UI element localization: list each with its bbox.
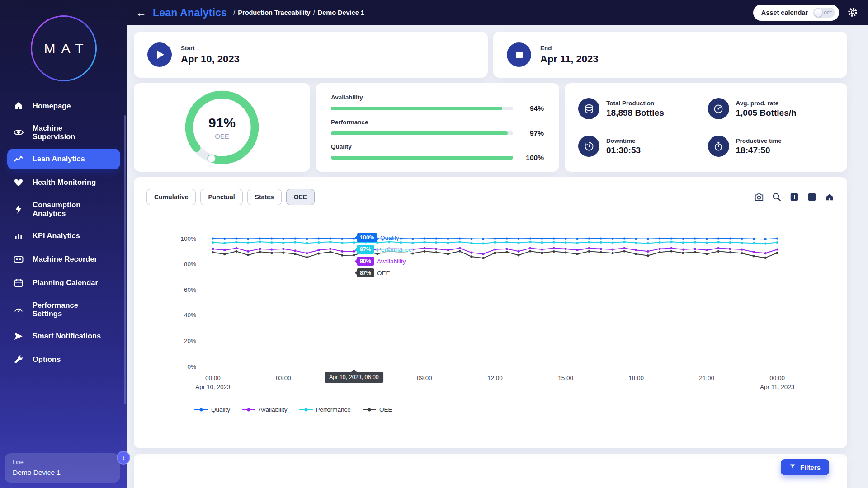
gauge-icon — [13, 304, 24, 315]
svg-text:100%: 100% — [180, 235, 196, 242]
production-icon — [578, 98, 599, 119]
heart-icon — [13, 177, 24, 188]
sidebar-collapse-button[interactable]: ‹ — [117, 451, 130, 465]
sidebar-item-smart-notifications[interactable]: Smart Notifications — [7, 326, 120, 347]
tab-states[interactable]: States — [247, 189, 282, 205]
stopwatch-icon — [708, 136, 729, 157]
sidebar: MAT Homepage Machine Supervision Lean An… — [0, 0, 127, 488]
svg-text:40%: 40% — [184, 312, 196, 319]
chevron-left-icon: ‹ — [122, 454, 124, 462]
chart-mode-toolbar — [754, 192, 835, 202]
asset-calendar-switch[interactable]: OFF — [813, 8, 835, 18]
svg-text:Apr 11, 2023: Apr 11, 2023 — [760, 384, 794, 390]
sidebar-item-homepage[interactable]: Homepage — [7, 95, 120, 116]
productive-time-stat: Productive time 18:47:50 — [708, 136, 834, 157]
home-icon — [13, 100, 24, 111]
hover-tooltip: 90%Availability — [355, 257, 407, 266]
start-play-button[interactable] — [147, 42, 172, 67]
bolt-icon — [13, 204, 24, 215]
sidebar-item-consumption-analytics[interactable]: Consumption Analytics — [7, 196, 120, 223]
performance-bar-fill — [331, 131, 508, 135]
line-label: Line — [13, 459, 112, 465]
svg-text:Apr 10, 2023: Apr 10, 2023 — [195, 384, 230, 390]
sidebar-item-performance-settings[interactable]: Performance Settings — [7, 296, 120, 323]
reset-axes-icon[interactable] — [825, 192, 835, 202]
svg-text:15:00: 15:00 — [558, 375, 573, 381]
camera-icon[interactable] — [754, 192, 764, 202]
breadcrumb-item[interactable]: Demo Device 1 — [313, 9, 364, 16]
oee-chart-card: Cumulative Punctual States OEE — [134, 177, 847, 448]
zoom-out-icon[interactable] — [807, 192, 817, 202]
availability-bar: Availability 94% — [331, 94, 544, 113]
chart-tabs: Cumulative Punctual States OEE — [146, 189, 315, 205]
main-content: Start Apr 10, 2023 End Apr 11, 2023 91% — [127, 25, 868, 488]
settings-button[interactable] — [847, 7, 858, 19]
hover-x-label: Apr 10, 2023, 06:00 — [325, 372, 383, 383]
hover-tooltip: 97%Performance — [355, 245, 413, 254]
oee-line-chart[interactable]: 0%20%40%60%80%100%00:00Apr 10, 202303:00… — [160, 226, 821, 413]
oee-gauge-card: 91% OEE — [134, 83, 310, 172]
recorder-icon — [13, 254, 24, 265]
sidebar-item-kpi-analytics[interactable]: KPI Analytics — [7, 225, 120, 246]
svg-text:00:00: 00:00 — [769, 375, 785, 381]
svg-text:20%: 20% — [184, 338, 196, 344]
zoom-in-icon[interactable] — [789, 192, 799, 202]
sidebar-item-planning-calendar[interactable]: Planning Calendar — [7, 272, 120, 293]
filters-button[interactable]: Filters — [781, 459, 829, 475]
legend-item-oee[interactable]: OEE — [363, 406, 392, 413]
tab-punctual[interactable]: Punctual — [200, 189, 242, 205]
quality-bar-fill — [331, 156, 513, 160]
start-label: Start — [181, 45, 240, 52]
history-clock-icon — [578, 136, 599, 157]
hover-tooltip: 100%Quality — [355, 233, 400, 242]
start-date: Apr 10, 2023 — [181, 53, 240, 65]
funnel-icon — [789, 463, 796, 471]
logo-text: MAT — [38, 41, 89, 56]
svg-text:12:00: 12:00 — [487, 375, 503, 381]
speedometer-icon — [708, 98, 729, 119]
bottom-panel: Filters — [134, 454, 847, 488]
sidebar-item-machine-supervision[interactable]: Machine Supervision — [7, 119, 120, 146]
oee-gauge: 91% OEE — [182, 88, 262, 167]
eye-icon — [13, 127, 24, 138]
legend-item-availability[interactable]: Availability — [242, 406, 288, 413]
total-production-stat: Total Production 18,898 Bottles — [578, 98, 704, 119]
downtime-stat: Downtime 01:30:53 — [578, 136, 704, 157]
svg-text:60%: 60% — [184, 286, 196, 293]
line-selector-panel[interactable]: Line Demo Device 1 — [5, 453, 120, 483]
tab-oee[interactable]: OEE — [286, 189, 315, 205]
gear-icon — [847, 7, 858, 19]
svg-text:00:00: 00:00 — [205, 375, 221, 381]
sidebar-scrollbar[interactable] — [124, 115, 126, 404]
sidebar-item-options[interactable]: Options — [7, 349, 120, 370]
svg-text:0%: 0% — [187, 363, 196, 370]
play-icon — [157, 51, 164, 59]
sidebar-item-lean-analytics[interactable]: Lean Analytics — [7, 149, 120, 169]
start-date-card: Start Apr 10, 2023 — [134, 32, 488, 78]
asset-calendar-label: Asset calendar — [761, 9, 808, 16]
svg-text:21:00: 21:00 — [699, 375, 714, 381]
legend-item-quality[interactable]: Quality — [194, 406, 230, 413]
avg-rate-stat: Avg. prod. rate 1,005 Bottles/h — [708, 98, 834, 119]
line-value: Demo Device 1 — [13, 469, 112, 477]
legend-item-performance[interactable]: Performance — [299, 406, 351, 413]
end-label: End — [540, 45, 598, 52]
zoom-icon[interactable] — [772, 192, 782, 202]
end-stop-button[interactable] — [507, 42, 531, 67]
asset-calendar-toggle-pill[interactable]: Asset calendar OFF — [753, 5, 839, 21]
back-button[interactable]: ← — [136, 6, 146, 19]
page-title: Lean Analytics — [153, 7, 227, 19]
performance-bar: Performance 97% — [331, 119, 544, 137]
end-date-card: End Apr 11, 2023 — [493, 32, 847, 78]
sidebar-item-health-monitoring[interactable]: Health Monitoring — [7, 172, 120, 193]
sidebar-menu: Homepage Machine Supervision Lean Analyt… — [0, 94, 127, 371]
top-header: ← Lean Analytics Production Traceability… — [0, 0, 868, 25]
breadcrumb-item[interactable]: Production Traceability — [233, 9, 310, 16]
calendar-icon — [13, 277, 24, 288]
tab-cumulative[interactable]: Cumulative — [146, 189, 196, 205]
svg-text:03:00: 03:00 — [276, 375, 291, 381]
sidebar-item-machine-recorder[interactable]: Machine Recorder — [7, 249, 120, 270]
stop-icon — [516, 52, 523, 58]
end-date: Apr 11, 2023 — [540, 53, 598, 65]
send-icon — [13, 331, 24, 342]
